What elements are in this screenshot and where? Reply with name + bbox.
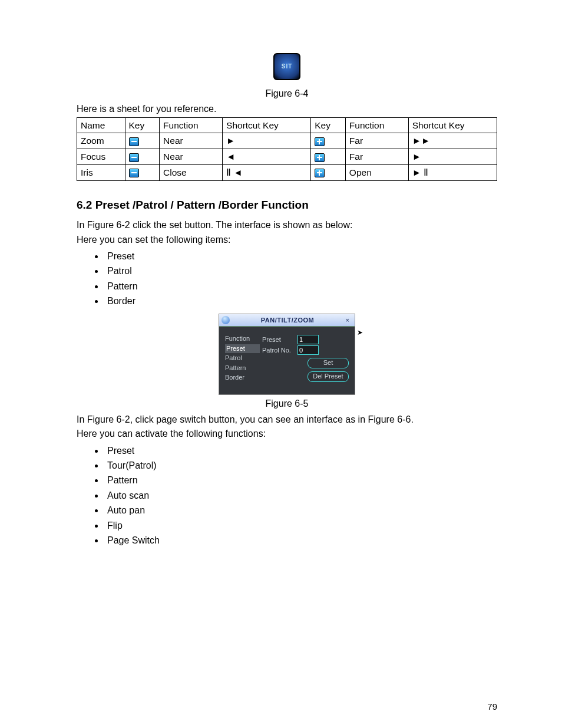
function-item-pattern[interactable]: Pattern bbox=[225, 364, 257, 373]
list-item: Preset bbox=[105, 249, 497, 263]
table-row: Focus Near ◄ Far ► bbox=[77, 149, 497, 165]
th-key2: Key bbox=[311, 117, 346, 133]
plus-icon bbox=[315, 169, 325, 177]
ptz-orb-icon bbox=[222, 316, 230, 324]
preset-input[interactable] bbox=[297, 335, 319, 344]
th-key1: Key bbox=[125, 117, 160, 133]
cell-key-icon bbox=[125, 133, 160, 149]
cell-key-icon bbox=[311, 149, 346, 165]
para-set-interface: In Figure 6-2 click the set button. The … bbox=[77, 219, 497, 232]
cell-key-icon bbox=[311, 133, 346, 149]
ptz-title-bar: PAN/TILT/ZOOM × bbox=[219, 314, 355, 327]
reference-table: Name Key Function Shortcut Key Key Funct… bbox=[77, 117, 497, 181]
cell-fn: Close bbox=[160, 164, 223, 180]
set-items-list: Preset Patrol Pattern Border bbox=[105, 249, 497, 308]
plus-icon bbox=[315, 153, 325, 162]
set-button[interactable]: Set bbox=[308, 358, 349, 368]
list-item: Auto scan bbox=[105, 488, 497, 502]
function-item-patrol[interactable]: Patrol bbox=[225, 354, 257, 363]
function-header: Function bbox=[225, 334, 257, 343]
cell-shortcut: ◄ bbox=[223, 149, 311, 165]
list-item: Border bbox=[105, 294, 497, 308]
cell-key-icon bbox=[311, 164, 346, 180]
section-heading: 6.2 Preset /Patrol / Pattern /Border Fun… bbox=[77, 197, 497, 213]
minus-icon bbox=[129, 153, 139, 162]
ptz-title-text: PAN/TILT/ZOOM bbox=[232, 316, 343, 325]
minus-icon bbox=[129, 169, 139, 177]
figure-6-5-caption: Figure 6-5 bbox=[77, 397, 497, 410]
th-sk2: Shortcut Key bbox=[408, 117, 497, 133]
list-item: Pattern bbox=[105, 279, 497, 293]
list-item: Page Switch bbox=[105, 533, 497, 547]
del-preset-button[interactable]: Del Preset bbox=[308, 371, 349, 382]
list-item: Flip bbox=[105, 518, 497, 532]
function-item-label: Preset bbox=[225, 344, 260, 353]
cell-fn: Near bbox=[160, 133, 223, 149]
table-row: Zoom Near ► Far ►► bbox=[77, 133, 497, 149]
preset-label: Preset bbox=[262, 335, 297, 344]
close-icon[interactable]: × bbox=[343, 316, 352, 325]
th-fn2: Function bbox=[345, 117, 408, 133]
para-set-items: Here you can set the following items: bbox=[77, 233, 497, 246]
cell-name: Iris bbox=[77, 164, 125, 180]
cell-shortcut: ► bbox=[408, 149, 497, 165]
list-item: Tour(Patrol) bbox=[105, 458, 497, 472]
table-row: Iris Close Ⅱ ◄ Open ► Ⅱ bbox=[77, 164, 497, 180]
page-number: 79 bbox=[77, 700, 497, 713]
function-item-border[interactable]: Border bbox=[225, 373, 257, 382]
list-item: Pattern bbox=[105, 473, 497, 487]
cell-fn: Open bbox=[345, 164, 408, 180]
figure-6-4-caption: Figure 6-4 bbox=[77, 87, 497, 100]
cell-name: Focus bbox=[77, 149, 125, 165]
patrolno-label: Patrol No. bbox=[262, 346, 297, 355]
cell-fn: Far bbox=[345, 149, 408, 165]
function-item-preset[interactable]: Preset bbox=[225, 344, 257, 353]
patrolno-input[interactable] bbox=[297, 345, 319, 355]
activate-functions-list: Preset Tour(Patrol) Pattern Auto scan Au… bbox=[105, 443, 497, 548]
cell-name: Zoom bbox=[77, 133, 125, 149]
para-activate-interface: In Figure 6-2, click page switch button,… bbox=[77, 413, 497, 426]
list-item: Patrol bbox=[105, 263, 497, 278]
list-item: Preset bbox=[105, 443, 497, 457]
cell-key-icon bbox=[125, 164, 160, 180]
cell-shortcut: ► bbox=[223, 133, 311, 149]
cell-shortcut: ► Ⅱ bbox=[408, 164, 497, 180]
sheet-intro: Here is a sheet for you reference. bbox=[77, 103, 497, 116]
th-fn1: Function bbox=[160, 117, 223, 133]
cursor-icon: ➤ bbox=[357, 328, 363, 338]
cell-shortcut: Ⅱ ◄ bbox=[223, 164, 311, 180]
th-sk1: Shortcut Key bbox=[223, 117, 311, 133]
sit-button[interactable]: SIT bbox=[273, 53, 300, 80]
ptz-dialog: PAN/TILT/ZOOM × ➤ Function Preset Patrol… bbox=[219, 314, 355, 395]
cell-shortcut: ►► bbox=[408, 133, 497, 149]
cell-fn: Far bbox=[345, 133, 408, 149]
list-item: Auto pan bbox=[105, 503, 497, 517]
plus-icon bbox=[315, 137, 325, 146]
cell-fn: Near bbox=[160, 149, 223, 165]
th-name: Name bbox=[77, 117, 125, 133]
cell-key-icon bbox=[125, 149, 160, 165]
para-activate-functions: Here you can activate the following func… bbox=[77, 427, 497, 440]
minus-icon bbox=[129, 137, 139, 146]
